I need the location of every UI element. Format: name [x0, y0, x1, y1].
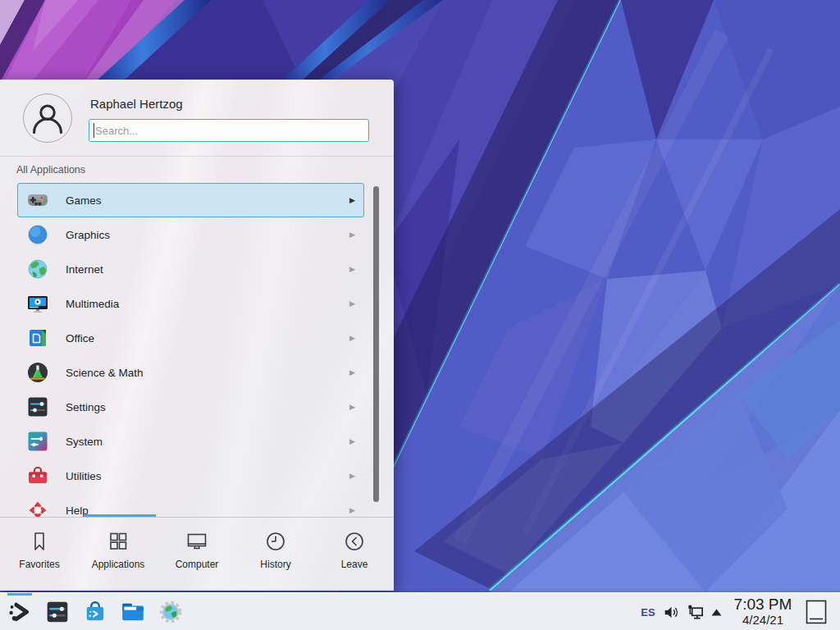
user-icon	[24, 94, 71, 142]
application-launcher-menu: Raphael Hertzog All Applications Games ▶	[0, 80, 394, 591]
system-settings-icon	[45, 600, 70, 624]
category-label: System	[66, 436, 103, 448]
globe-icon	[26, 258, 49, 281]
network-tray-button[interactable]	[684, 593, 705, 630]
sphere-icon	[26, 223, 49, 246]
launcher-tabbar: Favorites Applications Computer	[0, 518, 394, 591]
application-launcher-button[interactable]	[5, 593, 34, 630]
desktop: Raphael Hertzog All Applications Games ▶	[0, 0, 840, 630]
submenu-arrow-icon: ▶	[349, 472, 355, 480]
tab-label: History	[260, 559, 290, 570]
clock-icon	[264, 530, 287, 553]
tab-applications[interactable]: Applications	[79, 518, 158, 591]
category-label: Multimedia	[66, 298, 119, 310]
folder-icon	[120, 600, 146, 624]
sliders-icon	[26, 395, 49, 418]
monitor-play-icon	[26, 292, 49, 315]
submenu-arrow-icon: ▶	[349, 334, 355, 342]
submenu-arrow-icon: ▶	[349, 231, 355, 239]
show-desktop-button[interactable]	[806, 600, 827, 624]
category-label: Office	[66, 332, 94, 345]
volume-icon	[663, 604, 680, 621]
clock-time: 7:03 PM	[727, 596, 799, 613]
user-avatar[interactable]	[23, 94, 72, 143]
category-label: Graphics	[66, 229, 110, 241]
file-manager-launcher[interactable]	[119, 593, 147, 630]
submenu-arrow-icon: ▶	[349, 368, 355, 377]
tab-label: Leave	[341, 559, 368, 570]
submenu-arrow-icon: ▶	[349, 265, 355, 273]
taskbar-panel: ES 7:03 PM 4/24/21	[0, 592, 840, 630]
clock-date: 4/24/21	[727, 613, 799, 627]
tab-history[interactable]: History	[236, 518, 315, 591]
tab-label: Favorites	[19, 559, 59, 570]
category-row-settings[interactable]: Settings ▶	[17, 390, 364, 424]
gamepad-icon	[26, 189, 49, 212]
header-divider	[0, 156, 394, 157]
list-scrollbar[interactable]	[373, 186, 379, 502]
category-row-utilities[interactable]: Utilities ▶	[17, 459, 364, 493]
submenu-arrow-icon: ▶	[349, 437, 355, 445]
submenu-arrow-icon: ▶	[349, 506, 355, 514]
digital-clock[interactable]: 7:03 PM 4/24/21	[727, 596, 799, 630]
keyboard-layout-label: ES	[641, 606, 655, 619]
category-row-science-math[interactable]: Science & Math ▶	[17, 355, 364, 390]
tab-label: Computer	[176, 559, 219, 570]
keyboard-layout-indicator[interactable]: ES	[638, 593, 658, 630]
submenu-arrow-icon: ▶	[349, 196, 355, 204]
tab-leave[interactable]: Leave	[315, 518, 394, 591]
submenu-arrow-icon: ▶	[349, 403, 355, 411]
category-label: Science & Math	[66, 367, 144, 379]
category-row-help[interactable]: Help ▶	[17, 493, 364, 517]
toolbox-icon	[26, 464, 49, 487]
active-task-indicator	[7, 593, 32, 596]
grid-icon	[107, 530, 130, 553]
category-row-graphics[interactable]: Graphics ▶	[17, 217, 364, 252]
tab-favorites[interactable]: Favorites	[0, 518, 79, 591]
expand-arrow-icon	[711, 609, 722, 616]
system-settings-launcher[interactable]	[44, 593, 71, 630]
category-label: Internet	[66, 263, 103, 276]
web-browser-launcher[interactable]	[158, 593, 184, 630]
discover-launcher[interactable]	[82, 593, 108, 630]
discover-icon	[83, 600, 107, 624]
category-list: Games ▶ Graphics ▶	[0, 182, 394, 517]
category-row-office[interactable]: Office ▶	[17, 321, 364, 355]
text-cursor	[94, 123, 94, 138]
submenu-arrow-icon: ▶	[349, 299, 355, 308]
section-label: All Applications	[16, 164, 85, 176]
category-label: Games	[66, 194, 102, 207]
computer-icon	[185, 530, 208, 553]
category-label: Settings	[66, 401, 106, 413]
category-row-games[interactable]: Games ▶	[17, 183, 364, 217]
category-row-system[interactable]: System ▶	[17, 424, 364, 459]
volume-tray-button[interactable]	[661, 593, 681, 630]
bookmark-icon	[28, 530, 51, 553]
flask-icon	[26, 361, 49, 384]
search-input[interactable]	[89, 119, 369, 142]
show-desktop-icon	[806, 600, 827, 624]
category-label: Utilities	[66, 470, 102, 482]
category-row-multimedia[interactable]: Multimedia ▶	[17, 286, 364, 321]
kde-launcher-icon	[8, 600, 31, 623]
browser-globe-icon	[158, 600, 183, 624]
lifebuoy-icon	[26, 499, 49, 517]
network-icon	[686, 603, 705, 622]
tray-expander-button[interactable]	[707, 593, 725, 630]
system-sliders-icon	[26, 430, 49, 453]
user-name: Raphael Hertzog	[90, 97, 183, 111]
document-icon	[26, 326, 49, 349]
leave-icon	[343, 530, 366, 553]
tab-computer[interactable]: Computer	[158, 518, 236, 591]
category-row-internet[interactable]: Internet ▶	[17, 252, 364, 286]
tab-label: Applications	[92, 559, 145, 570]
